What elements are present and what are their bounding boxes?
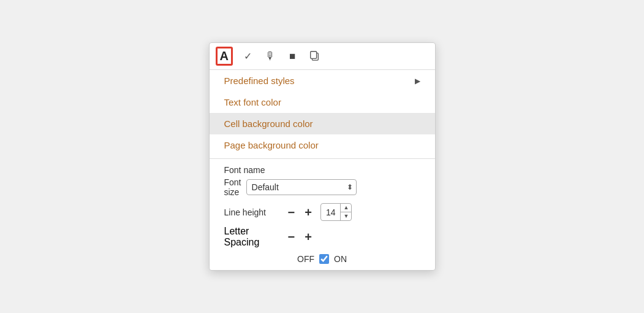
page-background-color-label: Page background color [224,140,319,150]
menu-item-text-font-color[interactable]: Text font color [210,91,435,113]
checkmark-button[interactable]: ✓ [241,49,254,63]
menu-item-cell-background-color[interactable]: Cell background color [210,113,435,134]
letter-label: Letter [224,226,249,236]
line-height-value: 14 [321,206,341,219]
font-format-button[interactable]: A [216,47,233,66]
spacing-label: Spacing [224,237,260,247]
toggle-checkbox[interactable] [319,254,329,264]
svg-rect-1 [311,51,317,58]
arrow-icon: ▶ [415,77,420,85]
font-select-wrapper: Default Arial Times New Roman Courier Ne… [246,179,357,195]
square-fill-icon: ■ [289,50,295,63]
menu-list: Predefined styles ▶ Text font color Cell… [210,70,435,156]
font-name-row: Font name [210,161,435,176]
letter-spacing-decrease-button[interactable]: − [287,231,297,243]
copy-button[interactable] [306,48,322,64]
letter-spacing-increase-button[interactable]: + [303,231,313,243]
line-height-increase-button[interactable]: + [303,206,313,218]
menu-item-predefined-styles[interactable]: Predefined styles ▶ [210,70,435,91]
toggle-row: OFF ON [210,250,435,270]
toggle-off-label: OFF [297,254,314,264]
menu-item-page-background-color[interactable]: Page background color [210,134,435,156]
checkmark-icon: ✓ [244,50,252,62]
font-size-label: Fontsize [224,177,241,197]
font-select[interactable]: Default Arial Times New Roman Courier Ne… [246,179,357,195]
text-font-color-label: Text font color [224,97,281,107]
section-divider-1 [210,158,435,159]
line-height-arrows: ▲ ▼ [340,204,351,220]
toolbar: A ✓ 🎙 ■ [210,43,435,70]
font-size-row: Fontsize Default Arial Times New Roman C… [210,176,435,201]
line-height-decrease-button[interactable]: − [287,206,297,218]
font-name-label: Font name [224,165,265,175]
line-height-up-arrow[interactable]: ▲ [341,204,351,212]
square-fill-button[interactable]: ■ [287,49,298,64]
microphone-icon: 🎙 [265,50,276,63]
line-height-down-arrow[interactable]: ▼ [341,212,351,220]
line-height-row: Line height − + 14 ▲ ▼ [210,201,435,223]
predefined-styles-label: Predefined styles [224,75,295,86]
toggle-on-label: ON [334,254,347,264]
letter-spacing-row: Letter Spacing − + [210,223,435,250]
line-height-stepper: 14 ▲ ▼ [320,203,352,221]
cell-background-color-label: Cell background color [224,118,313,129]
dropdown-menu: A ✓ 🎙 ■ Predefined styles ▶ Te [209,42,436,271]
line-height-label: Line height [224,207,279,217]
font-a-icon: A [220,49,229,63]
microphone-button[interactable]: 🎙 [263,49,278,64]
copy-icon [309,50,320,63]
letter-spacing-label-wrap: Letter Spacing [224,226,279,248]
